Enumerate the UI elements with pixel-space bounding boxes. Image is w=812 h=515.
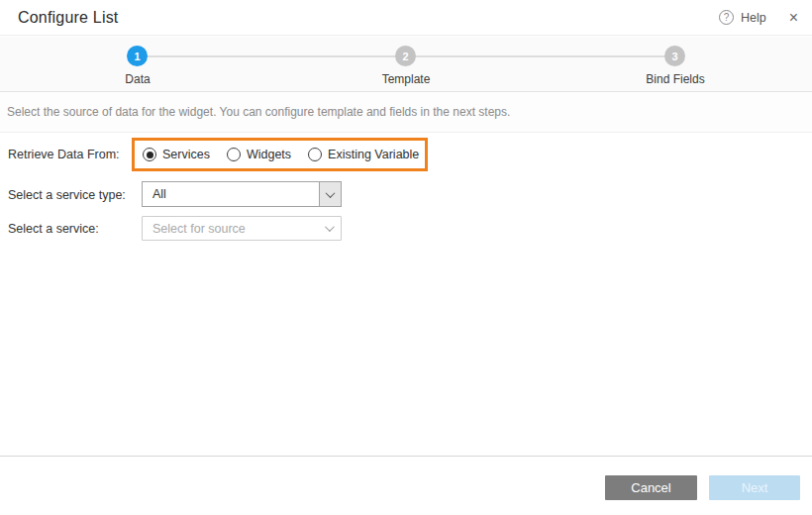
radio-widgets[interactable]: Widgets	[227, 148, 291, 161]
help-icon[interactable]: ?	[719, 10, 734, 25]
radio-widgets-label: Widgets	[247, 148, 291, 161]
service-select-placeholder: Select for source	[143, 222, 246, 236]
radio-services-label: Services	[162, 148, 210, 161]
radio-services[interactable]: Services	[143, 148, 210, 161]
radio-existing-variable-label: Existing Variable	[328, 148, 419, 161]
step-circle-bind-fields[interactable]: 3	[664, 46, 685, 66]
data-source-radio-group: Services Widgets Existing Variable	[143, 147, 419, 162]
dialog-titlebar: Configure List ? Help ×	[0, 0, 812, 36]
radio-existing-variable[interactable]: Existing Variable	[308, 148, 419, 161]
service-type-dropdown-button[interactable]	[319, 182, 341, 206]
service-type-select[interactable]: All	[142, 181, 342, 207]
close-icon[interactable]: ×	[789, 10, 798, 26]
titlebar-actions: ? Help ×	[719, 10, 798, 26]
help-button[interactable]: Help	[741, 11, 766, 25]
dialog-footer: Cancel Next	[0, 456, 812, 515]
configure-list-dialog: { "header": { "title": "Configure List",…	[0, 0, 812, 515]
service-type-selected-value: All	[143, 187, 166, 201]
service-type-label: Select a service type:	[8, 188, 126, 202]
step-circle-data[interactable]: 1	[127, 46, 148, 66]
step-circle-template[interactable]: 2	[395, 46, 416, 66]
retrieve-data-from-label: Retrieve Data From:	[8, 148, 120, 161]
radio-services-circle[interactable]	[143, 148, 156, 161]
service-label: Select a service:	[8, 222, 99, 236]
step-label-template: Template	[347, 72, 465, 86]
service-select[interactable]: Select for source	[142, 216, 342, 241]
step-description: Select the source of data for the widget…	[0, 92, 812, 133]
wizard-stepper: 1 2 3 Data Template Bind Fields	[0, 37, 812, 92]
radio-existing-variable-circle[interactable]	[308, 148, 322, 161]
cancel-button[interactable]: Cancel	[605, 475, 697, 500]
next-button[interactable]: Next	[709, 475, 800, 500]
step-label-bind-fields: Bind Fields	[616, 72, 735, 86]
step-label-data: Data	[78, 72, 197, 86]
dialog-title: Configure List	[18, 9, 119, 27]
chevron-down-icon	[326, 188, 336, 198]
radio-widgets-circle[interactable]	[227, 148, 241, 161]
chevron-down-icon	[325, 222, 335, 232]
